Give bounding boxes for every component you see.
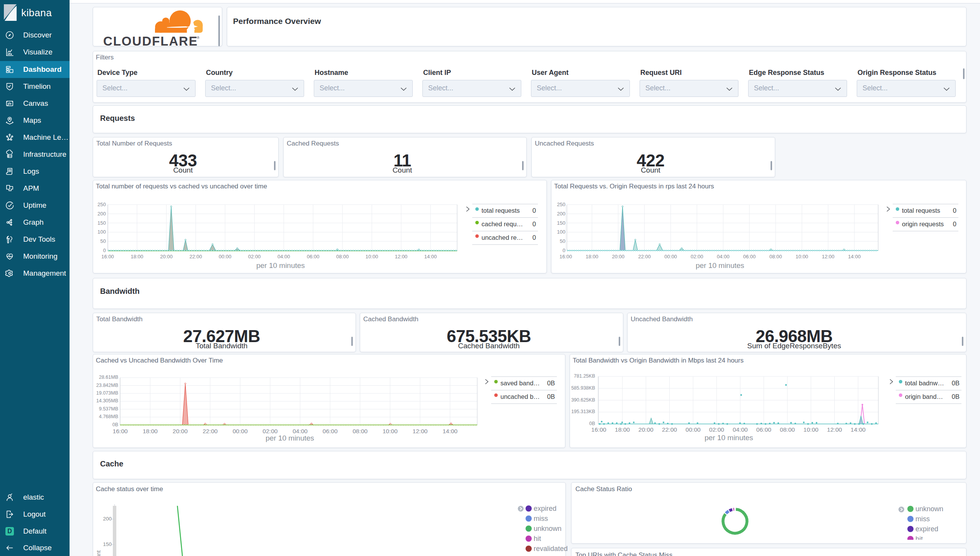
svg-text:CLOUDFLARE: CLOUDFLARE bbox=[103, 34, 198, 46]
svg-text:®: ® bbox=[197, 36, 200, 40]
